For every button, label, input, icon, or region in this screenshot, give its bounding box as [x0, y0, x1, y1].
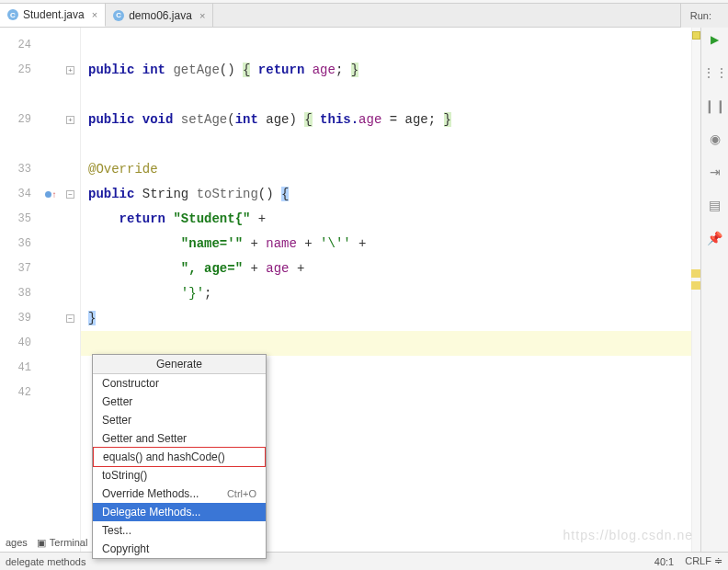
camera-icon[interactable]: ◉ [707, 131, 723, 147]
tool-tab-terminal[interactable]: ▣Terminal [37, 537, 88, 549]
fold-collapse-icon[interactable]: − [66, 314, 74, 323]
line-number-gutter: 24 25 29 33 34 35 36 37 38 39 40 41 42 [0, 28, 40, 552]
run-label: Run: [690, 10, 711, 21]
generate-item-copyright[interactable]: Copyright [93, 540, 266, 558]
class-icon: C [113, 10, 124, 21]
editor-tab-bar: C Student.java × C demo06.java × [0, 4, 728, 28]
generate-item-getter[interactable]: Getter [93, 393, 266, 411]
error-stripe[interactable] [691, 28, 700, 552]
tab-label: demo06.java [129, 9, 192, 22]
fold-expand-icon[interactable]: + [66, 116, 74, 124]
generate-item-constructor[interactable]: Constructor [93, 374, 266, 393]
generate-item-getter-and-setter[interactable]: Getter and Setter [93, 429, 266, 448]
generate-item-test[interactable]: Test... [93, 521, 266, 540]
current-line-highlight [81, 331, 700, 356]
fold-expand-icon[interactable]: + [66, 66, 74, 74]
right-toolbar: ▶ ⋮⋮ ❙❙ ◉ ⇥ ▤ 📌 [700, 28, 728, 552]
class-icon: C [7, 9, 18, 20]
fold-gutter: + + − − [61, 28, 81, 552]
generate-item-equals-hashcode[interactable]: equals() and hashCode() [93, 447, 266, 467]
run-panel-header: Run: [680, 4, 728, 28]
layout-icon[interactable]: ▤ [707, 197, 723, 213]
line-separator[interactable]: CRLF ≑ [685, 555, 722, 567]
status-message: delegate methods [6, 556, 85, 567]
watermark-text: https://blog.csdn.ne [563, 528, 693, 542]
generate-item-override-methods[interactable]: Override Methods...Ctrl+O [93, 484, 266, 503]
caret-position[interactable]: 40:1 [654, 556, 674, 567]
close-icon[interactable]: × [92, 9, 97, 20]
inspection-status-icon[interactable] [692, 31, 700, 40]
tool-tab-messages[interactable]: ages [6, 537, 28, 548]
generate-item-setter[interactable]: Setter [93, 411, 266, 429]
pin-icon[interactable]: 📌 [707, 230, 723, 246]
generate-item-tostring[interactable]: toString() [93, 466, 266, 484]
generate-popup-title: Generate [93, 355, 266, 374]
generate-item-delegate-methods[interactable]: Delegate Methods... [93, 503, 266, 521]
tab-label: Student.java [23, 8, 85, 21]
generate-popup: Generate Constructor Getter Setter Gette… [92, 354, 267, 559]
warning-marker[interactable] [691, 281, 700, 290]
pause-icon[interactable]: ❙❙ [707, 97, 723, 114]
debug-icon[interactable]: ⋮⋮ [707, 64, 723, 81]
override-marker-icon[interactable]: ↑ [45, 189, 57, 200]
run-icon[interactable]: ▶ [707, 31, 723, 48]
tool-window-tabs: ages ▣Terminal [0, 533, 87, 552]
exit-icon[interactable]: ⇥ [707, 164, 723, 180]
warning-marker[interactable] [691, 269, 700, 278]
terminal-icon: ▣ [37, 537, 46, 549]
marker-gutter: ↑ [40, 28, 61, 552]
tab-demo06-java[interactable]: C demo06.java × [106, 4, 213, 27]
fold-collapse-icon[interactable]: − [66, 190, 74, 199]
tab-student-java[interactable]: C Student.java × [0, 4, 106, 27]
close-icon[interactable]: × [199, 10, 205, 21]
